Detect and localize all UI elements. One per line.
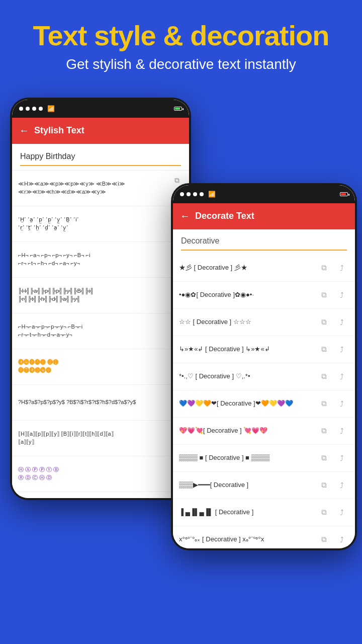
input-area-2: Decorative <box>173 229 355 255</box>
copy-deco-7[interactable]: ⧉ <box>317 424 331 438</box>
copy-deco-9[interactable]: ⧉ <box>317 478 331 492</box>
deco-text-11: x°ᵒ°¨°ₒₓ [ Decorative ] xₒ°¨°ᵒ°x <box>179 534 313 543</box>
back-button-2[interactable]: ← <box>180 210 190 222</box>
styled-text-9: Ⓗ Ⓐ Ⓟ Ⓟ Ⓨ ⒷⓇ Ⓓ Ⓒ Ⓗ Ⓓ <box>18 466 168 481</box>
phone-1-inner: 📶 ← Stylish Text Happy Birthday <box>12 100 189 498</box>
page-subtitle: Get stylish & decorative text instantly <box>15 56 347 72</box>
deco-actions-9: ⧉ ⤴ <box>317 478 349 492</box>
battery-1 <box>174 107 182 111</box>
copy-deco-8[interactable]: ⧉ <box>317 451 331 465</box>
deco-text-3: ☆☆ [ Decorative ] ☆☆☆ <box>179 317 313 327</box>
deco-text-6: 💙💜💛🧡❤[ Decorative ]❤🧡💛💜💙 <box>179 398 313 409</box>
text-row-1: ≪H≫≪a≫≪p≫≪p≫≪y≫ ≪B≫≪i≫≪r≫≪t≫≪h≫≪d≫≪a≫≪y≫… <box>12 171 189 206</box>
share-deco-3[interactable]: ⤴ <box>335 315 349 329</box>
deco-row-10: ▐ ▄▐▌▄▐▌ [ Decorative ] ⧉ ⤴ <box>173 499 355 526</box>
deco-row-8: ▒▒▒▒ ■ [ Decorative ] ■ ▒▒▒▒ ⧉ ⤴ <box>173 445 355 472</box>
copy-deco-11[interactable]: ⧉ <box>317 532 331 543</box>
copy-deco-5[interactable]: ⧉ <box>317 369 331 383</box>
styled-text-2: ʻH̤ʼ ʻa̤ʼ ʻp̤ʼ ʻp̤ʼ ʻy̤ʼ ʻB̤ʼ ʻiʼʻr̤ʼ ʻt… <box>18 216 168 231</box>
share-deco-11[interactable]: ⤴ <box>335 532 349 543</box>
input-value-1[interactable]: Happy Birthday <box>20 152 181 166</box>
deco-actions-8: ⧉ ⤴ <box>317 451 349 465</box>
dot2 <box>26 107 30 111</box>
share-deco-9[interactable]: ⤴ <box>335 478 349 492</box>
phone-2: 📶 ← Decorate Text Decorative <box>171 183 357 550</box>
text-row-9: Ⓗ Ⓐ Ⓟ Ⓟ Ⓨ ⒷⓇ Ⓓ Ⓒ Ⓗ Ⓓ ⧉ ⤴ <box>12 456 189 492</box>
styled-text-3: ⌐H¬ ⌐a¬ ⌐p¬ ⌐p¬ ⌐y¬ ⌐B¬ ⌐i⌐r¬ ⌐t¬ ⌐h¬ ⌐d… <box>18 252 168 267</box>
share-deco-10[interactable]: ⤴ <box>335 505 349 519</box>
wifi-icon: 📶 <box>47 105 55 112</box>
deco-actions-11: ⧉ ⤴ <box>317 532 349 543</box>
deco-actions-5: ⧉ ⤴ <box>317 369 349 383</box>
copy-deco-10[interactable]: ⧉ <box>317 505 331 519</box>
dot3 <box>32 107 36 111</box>
share-deco-5[interactable]: ⤴ <box>335 369 349 383</box>
deco-row-5: *•.,♡ [ Decorative ] ♡,.*• ⧉ ⤴ <box>173 363 355 390</box>
text-row-2: ʻH̤ʼ ʻa̤ʼ ʻp̤ʼ ʻp̤ʼ ʻy̤ʼ ʻB̤ʼ ʻiʼʻr̤ʼ ʻt… <box>12 206 189 242</box>
text-rows-1: ≪H≫≪a≫≪p≫≪p≫≪y≫ ≪B≫≪i≫≪r≫≪t≫≪h≫≪d≫≪a≫≪y≫… <box>12 171 189 498</box>
input-area-1: Happy Birthday <box>12 144 189 171</box>
deco-text-4: ↳»★«↲ [ Decorative ] ↳»★«↲ <box>179 344 313 354</box>
app-title-1: Stylish Text <box>34 125 84 136</box>
dot1-2 <box>180 192 184 196</box>
share-deco-2[interactable]: ⤴ <box>335 288 349 302</box>
dot2-2 <box>187 192 191 196</box>
styled-text-5: ⌐H¬⌐a¬⌐p¬⌐p¬⌐y¬ ⌐B¬⌐i⌐r¬⌐t¬⌐h¬⌐d¬⌐a¬⌐y¬ <box>18 323 168 339</box>
text-row-8: ⟦H⟧⟦a⟧⟦p⟧⟦p⟧⟦y⟧ ⟦B⟧⟦i⟧⟦r⟧⟦t⟧⟦h⟧⟦d⟧⟦a⟧⟦a⟧… <box>12 421 189 456</box>
copy-deco-6[interactable]: ⧉ <box>317 396 331 411</box>
styled-text-6: 🅗🅐🅟🅟🅨 🅑🅘🅡🅣🅗🅓🅐🅨 <box>18 359 168 374</box>
deco-actions-3: ⧉ ⤴ <box>317 315 349 329</box>
styled-text-4: ╠H╣╠a╣╠p╣╠p╣╠y╣╠B╣╠i╣╠r╣╠t╣╠h╣╠d╣╠a╣╠y╣ <box>18 287 168 303</box>
deco-actions-2: ⧉ ⤴ <box>317 288 349 302</box>
deco-actions-1: ⧉ ⤴ <box>317 261 349 275</box>
page-title: Text style & decoration <box>15 20 347 51</box>
status-bar-2: 📶 <box>173 185 355 203</box>
text-row-5: ⌐H¬⌐a¬⌐p¬⌐p¬⌐y¬ ⌐B¬⌐i⌐r¬⌐t¬⌐h¬⌐d¬⌐a¬⌐y¬ … <box>12 313 189 349</box>
app-bar-2: ← Decorate Text <box>173 203 355 229</box>
phone-2-inner: 📶 ← Decorate Text Decorative <box>173 185 355 548</box>
deco-text-7: 💖💗💘[ Decorative ] 💘💗💖 <box>179 426 313 436</box>
deco-list: ★彡 [ Decorative ] 彡★ ⧉ ⤴ •●◉✿[ Decorativ… <box>173 255 355 543</box>
share-deco-1[interactable]: ⤴ <box>335 261 349 275</box>
deco-text-9: ▒▒▒▶━━━[ Decorative ] <box>179 480 313 490</box>
dot4-2 <box>200 192 204 196</box>
deco-row-4: ↳»★«↲ [ Decorative ] ↳»★«↲ ⧉ ⤴ <box>173 336 355 363</box>
battery-2 <box>340 192 348 196</box>
share-deco-8[interactable]: ⤴ <box>335 451 349 465</box>
app-bar-1: ← Stylish Text <box>12 118 189 144</box>
text-row-3: ⌐H¬ ⌐a¬ ⌐p¬ ⌐p¬ ⌐y¬ ⌐B¬ ⌐i⌐r¬ ⌐t¬ ⌐h¬ ⌐d… <box>12 242 189 278</box>
styled-text-1: ≪H≫≪a≫≪p≫≪p≫≪y≫ ≪B≫≪i≫≪r≫≪t≫≪h≫≪d≫≪a≫≪y≫ <box>18 180 168 196</box>
phones-container: 📶 ← Stylish Text Happy Birthday <box>0 83 362 586</box>
copy-deco-4[interactable]: ⧉ <box>317 342 331 356</box>
wifi-icon-2: 📶 <box>208 191 216 198</box>
deco-actions-10: ⧉ ⤴ <box>317 505 349 519</box>
deco-row-3: ☆☆ [ Decorative ] ☆☆☆ ⧉ ⤴ <box>173 309 355 336</box>
share-deco-4[interactable]: ⤴ <box>335 342 349 356</box>
deco-actions-4: ⧉ ⤴ <box>317 342 349 356</box>
battery-fill-1 <box>175 108 180 110</box>
copy-deco-3[interactable]: ⧉ <box>317 315 331 329</box>
back-button-1[interactable]: ← <box>19 125 29 136</box>
share-deco-7[interactable]: ⤴ <box>335 424 349 438</box>
phone-1: 📶 ← Stylish Text Happy Birthday <box>10 98 191 500</box>
battery-tip-1 <box>183 108 184 110</box>
deco-text-2: •●◉✿[ Decorative ]✿◉●•· <box>179 290 313 300</box>
text-row-10: [H] [a] [p] [p] [y] [B][i] [r] [t] [h] [… <box>12 492 189 498</box>
deco-actions-6: ⧉ ⤴ <box>317 396 349 411</box>
copy-deco-2[interactable]: ⧉ <box>317 288 331 302</box>
input-value-2[interactable]: Decorative <box>181 236 347 251</box>
text-row-4: ╠H╣╠a╣╠p╣╠p╣╠y╣╠B╣╠i╣╠r╣╠t╣╠h╣╠d╣╠a╣╠y╣ … <box>12 278 189 313</box>
dot3-2 <box>193 192 197 196</box>
deco-row-9: ▒▒▒▶━━━[ Decorative ] ⧉ ⤴ <box>173 472 355 499</box>
text-row-7: ?H$?a$?p$?p$?y$ ?B$?i$?r$?t$?h$?d$?a$?y$… <box>12 385 189 421</box>
screen-2: Decorative ★彡 [ Decorative ] 彡★ ⧉ ⤴ •●◉✿… <box>173 229 355 548</box>
deco-row-6: 💙💜💛🧡❤[ Decorative ]❤🧡💛💜💙 ⧉ ⤴ <box>173 390 355 418</box>
dot4 <box>39 107 43 111</box>
copy-deco-1[interactable]: ⧉ <box>317 261 331 275</box>
deco-row-7: 💖💗💘[ Decorative ] 💘💗💖 ⧉ ⤴ <box>173 418 355 445</box>
signal-dots-2: 📶 <box>180 191 216 198</box>
deco-row-2: •●◉✿[ Decorative ]✿◉●•· ⧉ ⤴ <box>173 282 355 309</box>
deco-text-1: ★彡 [ Decorative ] 彡★ <box>179 263 313 273</box>
deco-text-10: ▐ ▄▐▌▄▐▌ [ Decorative ] <box>179 507 313 517</box>
share-deco-6[interactable]: ⤴ <box>335 396 349 411</box>
